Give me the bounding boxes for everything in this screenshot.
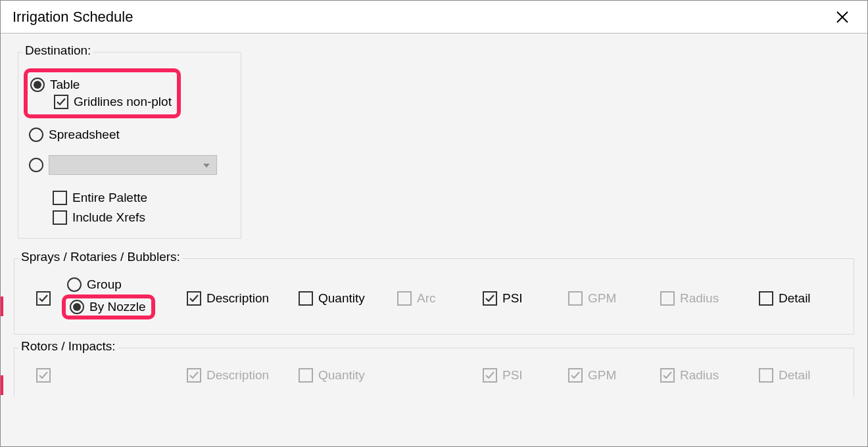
srb-radius-checkbox — [660, 291, 675, 306]
checkbox-entire-palette[interactable] — [53, 191, 67, 205]
srb-gpm-checkbox — [568, 291, 583, 306]
rotors-gpm-label: GPM — [588, 368, 616, 383]
radio-table[interactable] — [30, 78, 45, 92]
srb-legend: Sprays / Rotaries / Bubblers: — [18, 250, 183, 264]
dialog-window: Irrigation Schedule Destination: Table G… — [0, 0, 868, 447]
srb-psi-checkbox[interactable] — [483, 291, 497, 306]
highlight-by-nozzle: By Nozzle — [62, 294, 155, 319]
radio-srb-group[interactable] — [67, 277, 82, 292]
srb-gpm-label: GPM — [588, 291, 616, 306]
dialog-content: Destination: Table Gridlines non-plot Sp… — [1, 34, 867, 446]
titlebar: Irrigation Schedule — [1, 1, 867, 34]
srb-radius-label: Radius — [680, 291, 719, 306]
radio-srb-by-nozzle-label: By Nozzle — [89, 300, 146, 314]
destination-legend: Destination: — [22, 43, 93, 58]
radio-srb-group-label: Group — [87, 277, 122, 292]
rotors-group: Rotors / Impacts: Description — [14, 348, 854, 397]
radio-srb-by-nozzle[interactable] — [70, 300, 84, 314]
rotors-quantity-label: Quantity — [318, 368, 365, 383]
rotors-detail-label: Detail — [779, 368, 811, 383]
left-edge-accent-1 — [1, 296, 3, 316]
window-title: Irrigation Schedule — [12, 9, 133, 26]
highlight-table-option: Table Gridlines non-plot — [24, 68, 181, 118]
rotors-psi-label: PSI — [502, 368, 523, 383]
srb-description-label: Description — [206, 291, 269, 306]
rotors-psi-checkbox — [483, 368, 497, 383]
rotors-description-label: Description — [206, 368, 269, 383]
destination-group: Destination: Table Gridlines non-plot Sp… — [18, 52, 241, 239]
srb-group: Sprays / Rotaries / Bubblers: Group — [14, 258, 854, 335]
radio-existing-schedule[interactable] — [29, 158, 43, 172]
srb-quantity-label: Quantity — [318, 291, 365, 306]
rotors-gpm-checkbox — [568, 368, 583, 383]
rotors-description-checkbox — [187, 368, 201, 383]
radio-table-label: Table — [50, 78, 80, 92]
srb-enable-checkbox[interactable] — [36, 291, 51, 306]
srb-arc-label: Arc — [417, 291, 436, 306]
existing-schedule-dropdown[interactable] — [49, 155, 217, 175]
checkbox-gridlines-label: Gridlines non-plot — [74, 95, 172, 109]
rotors-quantity-checkbox — [299, 368, 313, 383]
srb-detail-checkbox[interactable] — [759, 291, 773, 306]
srb-arc-checkbox — [397, 291, 412, 306]
srb-description-checkbox[interactable] — [187, 291, 201, 306]
checkbox-gridlines-non-plot[interactable] — [54, 95, 68, 109]
close-button[interactable] — [829, 4, 856, 30]
srb-psi-label: PSI — [502, 291, 523, 306]
checkbox-include-xrefs[interactable] — [53, 210, 67, 225]
rotors-legend: Rotors / Impacts: — [18, 339, 118, 354]
rotors-radius-checkbox — [660, 368, 675, 383]
radio-spreadsheet[interactable] — [29, 128, 43, 142]
checkbox-include-xrefs-label: Include Xrefs — [72, 210, 145, 225]
rotors-enable-checkbox — [36, 368, 51, 383]
checkbox-entire-palette-label: Entire Palette — [72, 191, 147, 205]
left-edge-accent-2 — [1, 375, 3, 395]
srb-quantity-checkbox[interactable] — [299, 291, 313, 306]
srb-detail-label: Detail — [779, 291, 811, 306]
close-icon — [836, 11, 849, 24]
radio-spreadsheet-label: Spreadsheet — [49, 128, 120, 142]
rotors-radius-label: Radius — [680, 368, 719, 383]
rotors-detail-checkbox — [759, 368, 773, 383]
